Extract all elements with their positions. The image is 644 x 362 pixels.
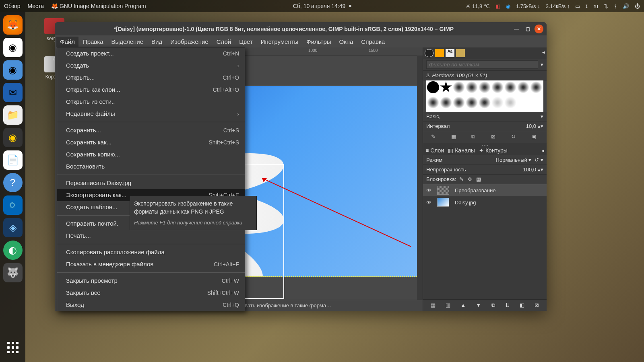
bluetooth-icon[interactable]: ᚼ [614,3,617,9]
brush-preset-select[interactable]: Basic, [426,113,541,119]
menu-file[interactable]: Файл [56,37,78,47]
file-menu-item[interactable]: Сохранить...Ctrl+S [57,124,245,136]
file-menu-item[interactable]: Восстановить [57,160,245,173]
current-app-label[interactable]: 🦊 GNU Image Manipulation Program [51,3,146,9]
file-menu-item[interactable]: Закрыть просмотрCtrl+W [57,275,245,287]
file-menu-item[interactable]: Печать... [57,230,245,242]
dock-menu-icon[interactable]: ◂ [542,49,545,57]
raise-layer-icon[interactable]: ▲ [460,302,466,309]
lower-layer-icon[interactable]: ▼ [476,302,481,309]
places-menu[interactable]: Места [27,3,44,9]
menu-layer[interactable]: Слой [213,37,235,47]
delete-brush-icon[interactable]: ⊠ [491,134,498,141]
open-brush-icon[interactable]: ▣ [531,134,539,141]
layer-name[interactable]: Преобразование [455,187,496,193]
menu-view[interactable]: Вид [148,37,166,47]
dock-virtualbox[interactable]: ◈ [3,218,23,237]
visibility-eye-icon[interactable]: 👁 [426,187,431,193]
menu-tools[interactable]: Инструменты [257,37,302,47]
menu-select[interactable]: Выделение [108,37,147,47]
tab-layers[interactable]: ≡Слои [425,147,444,154]
layer-dock-menu-icon[interactable]: ◂ [541,147,544,154]
network-icon[interactable]: ⇅ [604,3,608,9]
file-menu-item[interactable]: Перезаписать Daisy.jpg [57,177,245,189]
duplicate-layer-icon[interactable]: ⧉ [491,302,495,309]
dock-help[interactable]: ? [3,173,23,192]
notification-dot [349,5,351,7]
activities-button[interactable]: Обзор [4,3,20,9]
delete-layer-icon[interactable]: ⊠ [535,302,539,309]
weather-indicator[interactable]: ☀ 11,8 ℃ [466,3,490,9]
dock-files[interactable]: 📁 [3,105,23,125]
clock[interactable]: Сб, 10 апреля 14:49 [293,3,346,9]
dock-vscode[interactable]: ⭘ [3,195,23,215]
menu-edit[interactable]: Правка [79,37,107,47]
layer-name[interactable]: Daisy.jpg [455,200,476,206]
dock-gimp[interactable]: 🐺 [3,263,23,282]
dock-chromium[interactable]: ◉ [3,60,23,80]
merge-layer-icon[interactable]: ⇊ [505,302,510,309]
file-menu-item[interactable]: Создать [57,60,245,72]
menu-filters[interactable]: Фильтры [303,37,334,47]
file-menu-item[interactable]: Показать в менеджере файловCtrl+Alt+F [57,258,245,270]
mode-reset-icon[interactable]: ↺ ▾ [535,157,543,163]
keyboard-layout[interactable]: ru [593,3,598,9]
spacing-value[interactable]: 10,0 [526,123,536,129]
duplicate-brush-icon[interactable]: ⧉ [471,134,479,141]
layer-item-daisy[interactable]: 👁 Daisy.jpg [423,196,547,208]
menu-colors[interactable]: Цвет [235,37,256,47]
tab-fonts[interactable]: Aa [446,49,454,57]
lock-pixels-icon[interactable]: ✎ [459,176,464,182]
power-icon[interactable]: ⏻ [635,3,640,9]
tab-history[interactable] [456,49,465,57]
opacity-value[interactable]: 100,0 [523,167,536,173]
file-menu-item[interactable]: Недавние файлы [57,108,245,120]
menu-windows[interactable]: Окна [336,37,357,47]
show-applications-button[interactable] [3,338,23,357]
new-brush-icon[interactable]: ▦ [451,134,458,141]
maximize-button[interactable]: ▢ [523,25,532,33]
tray-icon-cube[interactable]: ◧ [495,3,500,9]
tab-paths[interactable]: ✦Контуры [479,147,508,154]
file-menu-item[interactable]: Открыть из сети.. [57,96,245,108]
tab-brushes[interactable] [425,49,433,57]
file-menu-item[interactable]: Создать проект...Ctrl+N [57,47,245,60]
file-menu-item[interactable]: Закрыть всеShift+Ctrl+W [57,287,245,299]
menu-help[interactable]: Справка [357,37,388,47]
file-menu-item[interactable]: Сохранить как...Shift+Ctrl+S [57,136,245,148]
edit-brush-icon[interactable]: ✎ [431,134,438,141]
lock-position-icon[interactable]: ✥ [468,176,472,182]
dock-rhythmbox[interactable]: ◉ [3,128,23,147]
tab-channels[interactable]: ▥Каналы [448,147,475,154]
file-menu-item[interactable]: Открыть как слои...Ctrl+Alt+O [57,84,245,96]
file-menu-item[interactable]: ВыходCtrl+Q [57,299,245,311]
brush-grid[interactable] [426,80,543,112]
dock-chrome[interactable]: ◉ [3,38,23,57]
close-button[interactable]: ✕ [535,25,543,33]
lock-alpha-icon[interactable]: ▩ [476,176,481,182]
file-menu-item[interactable]: Сохранить копию... [57,148,245,160]
visibility-eye-icon[interactable]: 👁 [426,200,431,206]
battery-icon[interactable]: ▭ [575,3,580,9]
tab-patterns[interactable] [435,49,444,57]
brush-filter-input[interactable] [426,60,538,69]
layer-item-transform[interactable]: 👁 Преобразование [423,184,547,196]
accessibility-icon[interactable]: ⟟ [586,3,588,9]
file-menu-item[interactable]: Скопировать расположение файла [57,246,245,258]
new-group-icon[interactable]: ▥ [446,302,450,309]
minimize-button[interactable]: — [512,25,521,33]
dock-firefox[interactable]: 🦊 [3,15,23,35]
mode-select[interactable]: Нормальный ▾ [496,157,532,163]
volume-icon[interactable]: 🔊 [623,3,629,9]
dock-libreoffice[interactable]: 📄 [3,150,23,170]
titlebar[interactable]: *[Daisy] (импортировано)-1.0 (Цвета RGB … [55,22,547,35]
tray-icon-qb[interactable]: ◉ [506,3,510,9]
dock-thunderbird[interactable]: ✉ [3,83,23,102]
refresh-brush-icon[interactable]: ↻ [511,134,518,141]
scrollbar-vertical[interactable] [417,56,423,300]
dock-app-green[interactable]: ◐ [3,241,23,260]
mask-layer-icon[interactable]: ◧ [520,302,524,309]
new-layer-icon[interactable]: ▦ [431,302,436,309]
menu-image[interactable]: Изображение [167,37,212,47]
file-menu-item[interactable]: Открыть...Ctrl+O [57,72,245,84]
